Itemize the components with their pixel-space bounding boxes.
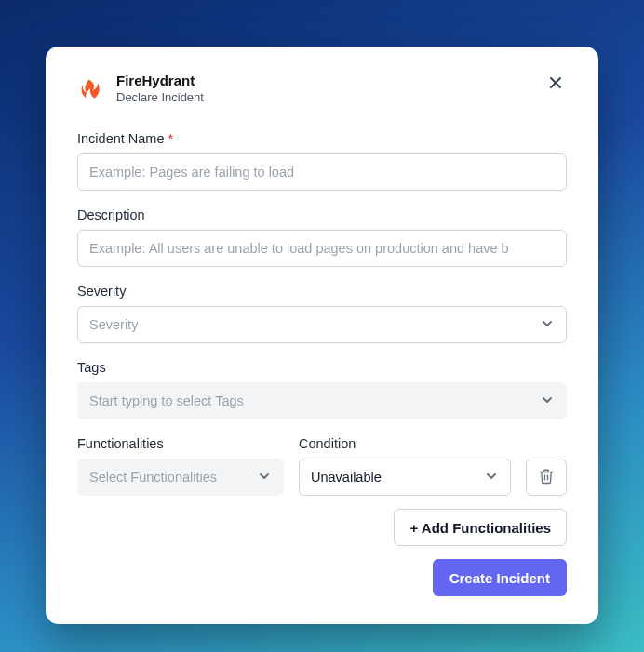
chevron-down-icon <box>257 469 272 486</box>
field-tags: Tags Start typing to select Tags <box>77 360 567 419</box>
required-mark: * <box>168 131 174 146</box>
functionalities-label: Functionalities <box>77 436 284 451</box>
severity-select[interactable]: Severity <box>77 306 567 343</box>
delete-functionality-button[interactable] <box>526 459 567 496</box>
field-severity: Severity Severity <box>77 284 567 343</box>
condition-value: Unavailable <box>311 470 382 485</box>
close-icon <box>548 75 563 93</box>
brand-block: FireHydrant Declare Incident <box>77 73 204 105</box>
incident-name-input[interactable] <box>77 153 567 191</box>
firehydrant-logo-icon <box>77 75 105 103</box>
brand-title: FireHydrant <box>116 73 204 90</box>
functionalities-placeholder: Select Functionalities <box>89 470 217 485</box>
tags-select[interactable]: Start typing to select Tags <box>77 382 567 419</box>
condition-select[interactable]: Unavailable <box>299 459 511 496</box>
tags-placeholder: Start typing to select Tags <box>89 393 244 408</box>
severity-label: Severity <box>77 284 567 299</box>
field-functionalities: Functionalities Select Functionalities <box>77 436 284 496</box>
field-description: Description <box>77 207 567 267</box>
functionalities-row: Functionalities Select Functionalities C… <box>77 436 567 496</box>
add-functionalities-button[interactable]: + Add Functionalities <box>394 509 567 546</box>
description-label: Description <box>77 207 567 222</box>
severity-placeholder: Severity <box>89 317 138 332</box>
modal-footer: Create Incident <box>77 559 567 596</box>
close-button[interactable] <box>544 73 567 95</box>
tags-label: Tags <box>77 360 567 375</box>
field-incident-name: Incident Name* <box>77 131 567 191</box>
condition-label: Condition <box>299 436 511 451</box>
trash-icon <box>538 468 555 487</box>
create-incident-button[interactable]: Create Incident <box>433 559 567 596</box>
brand-subtitle: Declare Incident <box>116 90 204 105</box>
modal-header: FireHydrant Declare Incident <box>77 73 567 105</box>
functionalities-select[interactable]: Select Functionalities <box>77 459 284 496</box>
brand-text: FireHydrant Declare Incident <box>116 73 204 105</box>
label-text: Incident Name <box>77 131 165 146</box>
field-condition: Condition Unavailable <box>299 436 511 496</box>
declare-incident-modal: FireHydrant Declare Incident Incident Na… <box>46 47 598 624</box>
incident-name-label: Incident Name* <box>77 131 567 146</box>
chevron-down-icon <box>540 393 555 410</box>
chevron-down-icon <box>484 469 499 486</box>
add-functionalities-row: + Add Functionalities <box>77 509 567 546</box>
description-input[interactable] <box>77 230 567 267</box>
chevron-down-icon <box>540 316 555 334</box>
